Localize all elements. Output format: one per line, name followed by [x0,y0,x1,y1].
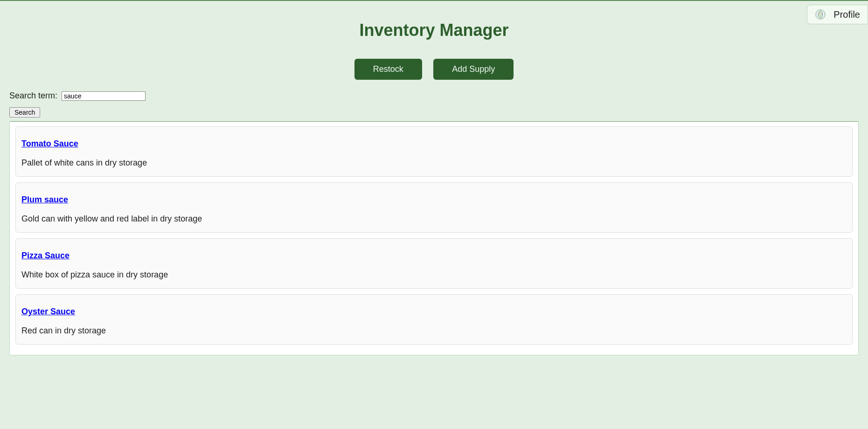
result-title: Pizza Sauce [21,251,847,261]
results-panel: Tomato Sauce Pallet of white cans in dry… [9,121,859,355]
svg-point-2 [819,13,822,15]
profile-label: Profile [833,9,860,20]
action-button-row: Restock Add Supply [0,59,868,80]
result-link-tomato-sauce[interactable]: Tomato Sauce [21,139,78,148]
search-button-row: Search [0,107,868,121]
profile-avatar-icon [815,9,826,20]
search-input[interactable] [62,91,146,101]
result-description: Gold can with yellow and red label in dr… [21,214,847,224]
result-card: Tomato Sauce Pallet of white cans in dry… [15,126,853,177]
result-description: White box of pizza sauce in dry storage [21,270,847,280]
page-title: Inventory Manager [0,21,868,40]
profile-widget[interactable]: Profile [807,5,868,24]
search-row: Search term: [0,91,868,101]
result-card: Pizza Sauce White box of pizza sauce in … [15,238,853,289]
search-button[interactable]: Search [9,107,40,118]
result-description: Pallet of white cans in dry storage [21,158,847,168]
result-link-pizza-sauce[interactable]: Pizza Sauce [21,251,69,260]
add-supply-button[interactable]: Add Supply [433,59,514,80]
result-link-oyster-sauce[interactable]: Oyster Sauce [21,307,75,316]
result-title: Oyster Sauce [21,307,847,317]
restock-button[interactable]: Restock [354,59,422,80]
search-label: Search term: [9,91,57,100]
result-card: Plum sauce Gold can with yellow and red … [15,182,853,233]
result-card: Oyster Sauce Red can in dry storage [15,294,853,345]
result-title: Tomato Sauce [21,139,847,149]
result-title: Plum sauce [21,195,847,205]
result-description: Red can in dry storage [21,326,847,336]
result-link-plum-sauce[interactable]: Plum sauce [21,195,68,204]
